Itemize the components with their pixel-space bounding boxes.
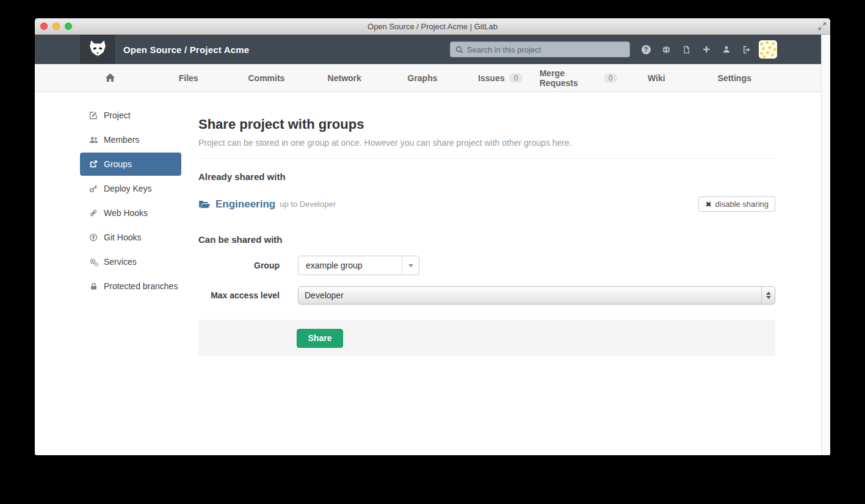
sidebar-item-label: Services	[104, 257, 137, 267]
group-label: Group	[198, 261, 280, 270]
sidebar-item-protected-branches[interactable]: Protected branches	[80, 275, 181, 298]
key-icon	[89, 184, 98, 193]
max-access-select[interactable]: Developer	[298, 286, 775, 304]
page-title: Share project with groups	[198, 117, 775, 132]
user-avatar[interactable]	[759, 40, 777, 59]
gitlab-fox-icon	[87, 39, 108, 60]
sidebar-item-label: Project	[104, 110, 131, 120]
logout-icon[interactable]	[742, 45, 751, 54]
pencil-square-icon	[89, 111, 98, 120]
gitlab-logo[interactable]	[80, 35, 115, 64]
tab-graphs[interactable]: Graphs	[383, 64, 461, 92]
form-actions: Share	[198, 320, 775, 356]
browser-scrollbar[interactable]	[821, 35, 830, 455]
shared-group-link[interactable]: Engineering	[215, 198, 275, 211]
issues-count-badge: 0	[509, 73, 523, 83]
tab-files[interactable]: Files	[150, 64, 228, 92]
folder-open-icon	[198, 200, 211, 209]
disable-sharing-button[interactable]: ✖ disable sharing	[698, 196, 775, 212]
tab-label: Network	[328, 73, 361, 83]
chevron-down-icon	[402, 256, 419, 275]
page-description: Project can be stored in one group at on…	[198, 138, 775, 148]
tab-label: Graphs	[408, 73, 438, 83]
sidebar-item-project[interactable]: Project	[80, 104, 181, 127]
max-access-form-row: Max access level Developer	[198, 286, 775, 304]
x-icon: ✖	[705, 200, 711, 209]
search-icon	[455, 46, 463, 54]
arrow-circle-up-icon	[89, 233, 98, 242]
project-nav: Files Commits Network Graphs Issues0 Mer…	[35, 64, 821, 92]
already-shared-heading: Already shared with	[198, 171, 775, 182]
max-access-select-value: Developer	[299, 290, 761, 300]
disable-sharing-label: disable sharing	[715, 200, 769, 209]
group-select-value: example group	[299, 261, 402, 270]
share-button[interactable]: Share	[297, 329, 343, 348]
new-project-icon[interactable]: +	[701, 45, 711, 54]
header-icons: ? +	[641, 35, 751, 64]
tab-label: Settings	[718, 73, 751, 83]
sidebar-item-git-hooks[interactable]: Git Hooks	[80, 226, 181, 249]
tab-wiki[interactable]: Wiki	[617, 64, 695, 92]
search-box[interactable]	[450, 41, 630, 57]
main-content: Share project with groups Project can be…	[198, 92, 775, 356]
shared-group-row: Engineering up to Developer ✖ disable sh…	[198, 196, 775, 212]
tab-label: Files	[179, 73, 198, 83]
tab-label: Commits	[248, 73, 285, 83]
app-header: Open Source / Project Acme ? +	[35, 35, 821, 64]
snippets-icon[interactable]	[681, 45, 691, 54]
traffic-lights	[40, 23, 72, 30]
link-icon	[89, 209, 98, 217]
tab-label: Issues	[478, 73, 505, 83]
sidebar-item-label: Groups	[104, 159, 132, 169]
sidebar-item-web-hooks[interactable]: Web Hooks	[80, 201, 181, 225]
sidebar-item-label: Web Hooks	[104, 208, 148, 218]
tab-label: Merge Requests	[540, 68, 599, 88]
share-icon	[89, 160, 98, 168]
tab-issues[interactable]: Issues0	[461, 64, 540, 92]
sidebar-item-label: Members	[104, 135, 139, 145]
help-icon[interactable]: ?	[641, 45, 651, 54]
divider	[198, 158, 775, 159]
profile-icon[interactable]	[722, 45, 731, 54]
group-select[interactable]: example group	[298, 256, 419, 275]
gears-icon	[89, 257, 98, 267]
can-be-shared-heading: Can be shared with	[198, 234, 775, 245]
max-access-label: Max access level	[198, 290, 280, 300]
sidebar-item-members[interactable]: Members	[80, 128, 181, 151]
header-project-title: Open Source / Project Acme	[123, 35, 249, 64]
tab-home[interactable]	[71, 64, 150, 92]
sidebar-item-groups[interactable]: Groups	[80, 153, 181, 176]
window-title: Open Source / Project Acme | GitLab	[367, 22, 498, 31]
zoom-window-button[interactable]	[65, 23, 72, 30]
tab-settings[interactable]: Settings	[695, 64, 773, 92]
shared-access-note: up to Developer	[280, 200, 336, 209]
tab-network[interactable]: Network	[305, 64, 383, 92]
users-icon	[89, 135, 98, 145]
sidebar-item-label: Git Hooks	[104, 232, 141, 242]
window-titlebar: Open Source / Project Acme | GitLab	[35, 18, 830, 35]
home-icon	[105, 73, 115, 83]
minimize-window-button[interactable]	[52, 23, 60, 30]
globe-icon[interactable]	[661, 45, 671, 54]
sidebar-item-deploy-keys[interactable]: Deploy Keys	[80, 177, 181, 200]
sidebar-item-services[interactable]: Services	[80, 250, 181, 273]
merge-requests-count-badge: 0	[604, 73, 618, 83]
sidebar-item-label: Deploy Keys	[104, 184, 152, 193]
tab-merge-requests[interactable]: Merge Requests0	[540, 64, 618, 92]
group-form-row: Group example group	[198, 256, 775, 275]
browser-window: Open Source / Project Acme | GitLab Open…	[35, 18, 830, 455]
search-input[interactable]	[467, 45, 613, 54]
tab-label: Wiki	[648, 73, 665, 83]
tab-commits[interactable]: Commits	[228, 64, 306, 92]
resize-icon[interactable]	[818, 22, 827, 33]
lock-icon	[89, 283, 98, 290]
settings-sidebar: Project Members Groups Deploy Keys	[80, 104, 181, 299]
close-window-button[interactable]	[40, 23, 48, 30]
sidebar-item-label: Protected branches	[104, 281, 178, 291]
select-spinner-icon	[761, 287, 775, 304]
